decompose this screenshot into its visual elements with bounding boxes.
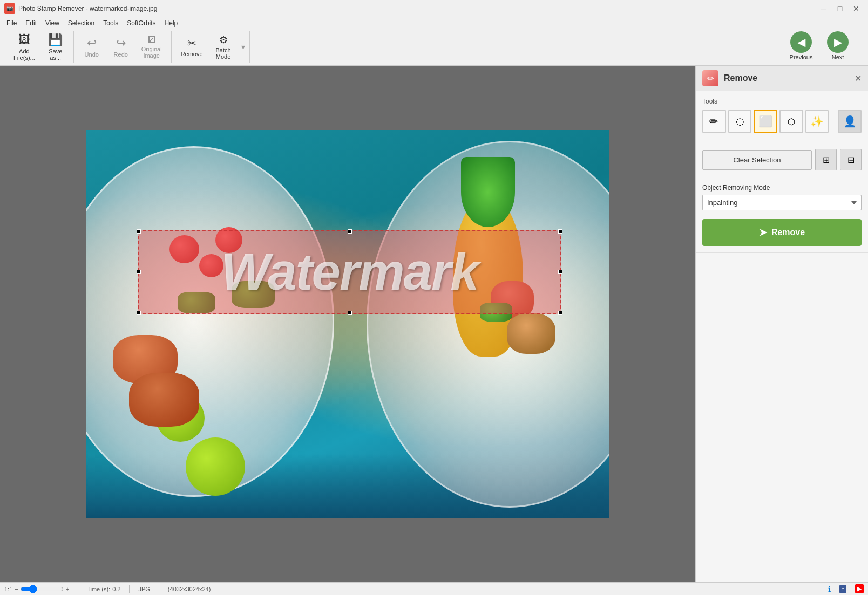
zoom-value: 1:1 xyxy=(4,586,12,592)
handle-rm[interactable] xyxy=(558,270,562,274)
menu-edit[interactable]: Edit xyxy=(21,18,41,28)
toolbox-icon: ✏ xyxy=(707,73,714,84)
lasso-tool-button[interactable]: ⬡ xyxy=(779,110,803,133)
toolbox-header: ✏ Remove ✕ xyxy=(696,66,868,91)
time-status: Time (s): 0.2 xyxy=(87,586,120,592)
menu-file[interactable]: File xyxy=(2,18,21,28)
menu-tools[interactable]: Tools xyxy=(99,18,123,28)
info-icon[interactable]: ℹ xyxy=(828,585,831,593)
batch-mode-icon: ⚙ xyxy=(219,34,228,46)
status-divider-2 xyxy=(129,585,130,593)
mode-section: Object Removing Mode Inpainting Blur Clo… xyxy=(696,177,868,253)
menu-help[interactable]: Help xyxy=(160,18,182,28)
zoom-slider[interactable] xyxy=(21,585,64,593)
toolbox-close-button[interactable]: ✕ xyxy=(855,73,862,84)
format-value: JPG xyxy=(138,586,150,592)
pencil-tool-button[interactable]: ✏ xyxy=(702,110,726,133)
window-title: Photo Stamp Remover - watermarked-image.… xyxy=(18,5,816,12)
tools-section-label: Tools xyxy=(702,98,862,105)
toolbox-panel: ✏ Remove ✕ Tools ✏ ◌ ⬜ ⬡ xyxy=(695,66,868,582)
toolbox-title: Remove xyxy=(724,73,757,83)
info-icon-container: ℹ xyxy=(828,585,831,593)
handle-tl[interactable] xyxy=(137,229,141,234)
magic-wand-icon: ✨ xyxy=(810,115,824,128)
canvas-area[interactable]: Watermark xyxy=(0,66,695,582)
maximize-button[interactable]: □ xyxy=(832,3,847,15)
time-label: Time (s): xyxy=(87,586,110,592)
clear-selection-button[interactable]: Clear Selection xyxy=(702,150,812,170)
menu-selection[interactable]: Selection xyxy=(64,18,99,28)
shrink-selection-icon: ⊟ xyxy=(847,155,855,165)
time-value: 0.2 xyxy=(112,586,120,592)
pineapple-top xyxy=(461,157,515,227)
facebook-icon[interactable]: f xyxy=(839,585,846,593)
previous-nav-button[interactable]: ◀ Previous xyxy=(787,31,815,60)
handle-br[interactable] xyxy=(558,311,562,315)
handle-tr[interactable] xyxy=(558,229,562,234)
previous-nav-circle: ◀ xyxy=(790,31,812,53)
undo-icon: ↩ xyxy=(87,36,97,50)
magic-wand-button[interactable]: ✨ xyxy=(805,110,829,133)
save-icon: 💾 xyxy=(48,33,63,47)
previous-label: Previous xyxy=(790,54,813,60)
handle-tm[interactable] xyxy=(348,229,352,234)
selection-action-row: Clear Selection ⊞ ⊟ xyxy=(702,149,862,170)
dimensions-value: (4032x3024x24) xyxy=(168,586,211,592)
handle-lm[interactable] xyxy=(137,270,141,274)
next-nav-circle: ▶ xyxy=(827,31,849,53)
original-image-icon: 🖼 xyxy=(147,35,156,45)
toolbar: 🖼 Add File(s)... 💾 Save as... ↩ Undo ↪ R… xyxy=(0,29,868,66)
batch-mode-button[interactable]: ⚙ Batch Mode xyxy=(210,31,237,63)
original-image-button[interactable]: 🖼 Original Image xyxy=(137,31,167,63)
handle-bm[interactable] xyxy=(348,311,352,315)
more-options-icon[interactable]: ▾ xyxy=(241,43,245,51)
minimize-button[interactable]: ─ xyxy=(816,3,831,15)
pencil-icon: ✏ xyxy=(709,115,718,128)
rectangle-select-icon: ⬜ xyxy=(759,115,772,128)
lasso-icon: ⬡ xyxy=(788,117,795,127)
zoom-in-icon[interactable]: + xyxy=(66,586,69,592)
rectangle-select-button[interactable]: ⬜ xyxy=(754,110,777,133)
stamp-tool-button[interactable]: 👤 xyxy=(838,110,862,133)
add-files-button[interactable]: 🖼 Add File(s)... xyxy=(9,31,40,63)
format-status: JPG xyxy=(138,586,150,592)
tools-separator xyxy=(833,111,833,132)
menubar: File Edit View Selection Tools SoftOrbit… xyxy=(0,17,868,29)
remove-action-label: Remove xyxy=(771,228,805,237)
selection-actions-section: Clear Selection ⊞ ⊟ xyxy=(696,140,868,177)
undo-button[interactable]: ↩ Undo xyxy=(78,31,105,63)
remove-action-button[interactable]: ➤ Remove xyxy=(702,219,862,246)
titlebar: 📷 Photo Stamp Remover - watermarked-imag… xyxy=(0,0,868,17)
eraser-icon: ◌ xyxy=(736,115,744,127)
shrink-selection-button[interactable]: ⊟ xyxy=(840,149,862,170)
mode-select[interactable]: Inpainting Blur Clone xyxy=(702,195,862,210)
watermark-text: Watermark xyxy=(221,242,478,302)
remove-icon: ✂ xyxy=(187,37,196,50)
menu-view[interactable]: View xyxy=(41,18,64,28)
toolbox-title-section: ✏ Remove xyxy=(702,70,757,86)
handle-bl[interactable] xyxy=(137,311,141,315)
youtube-icon[interactable]: ▶ xyxy=(855,584,864,593)
mode-label: Object Removing Mode xyxy=(702,184,862,192)
toolbar-action-group: ✂ Remove ⚙ Batch Mode ▾ xyxy=(172,31,250,63)
previous-arrow-icon: ◀ xyxy=(797,36,805,49)
add-files-icon: 🖼 xyxy=(18,33,30,47)
next-nav-button[interactable]: ▶ Next xyxy=(824,31,852,60)
remove-button[interactable]: ✂ Remove xyxy=(176,31,208,63)
expand-selection-button[interactable]: ⊞ xyxy=(815,149,837,170)
zoom-control: 1:1 − + xyxy=(4,585,69,593)
menu-softorbits[interactable]: SoftOrbits xyxy=(123,18,160,28)
expand-selection-icon: ⊞ xyxy=(823,155,830,165)
redo-icon: ↪ xyxy=(116,36,126,50)
toolbox-icon-badge: ✏ xyxy=(702,70,718,86)
close-button[interactable]: ✕ xyxy=(849,3,864,15)
watermark-selection[interactable]: Watermark xyxy=(138,230,561,314)
toolbar-file-group: 🖼 Add File(s)... 💾 Save as... xyxy=(4,31,74,63)
redo-button[interactable]: ↪ Redo xyxy=(107,31,134,63)
zoom-out-icon[interactable]: − xyxy=(15,586,18,592)
app-icon: 📷 xyxy=(4,3,15,14)
toolbox-tools-section: Tools ✏ ◌ ⬜ ⬡ ✨ 👤 xyxy=(696,91,868,140)
food-image: Watermark xyxy=(86,130,609,518)
eraser-tool-button[interactable]: ◌ xyxy=(728,110,752,133)
save-as-button[interactable]: 💾 Save as... xyxy=(42,31,69,63)
